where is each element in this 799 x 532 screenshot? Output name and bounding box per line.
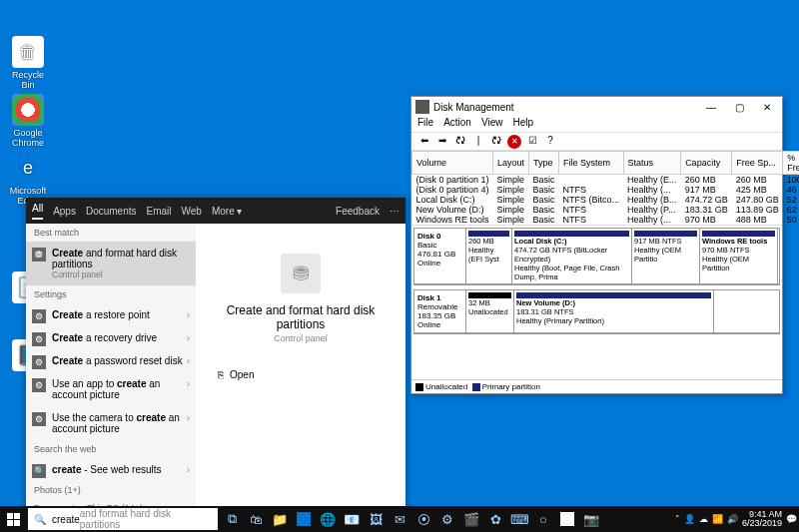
taskbar-app[interactable]: ✉: [388, 507, 411, 531]
result-setting[interactable]: ⚙Create a password reset disk›: [26, 349, 196, 372]
menu-view[interactable]: View: [481, 117, 503, 132]
volume-box[interactable]: 917 MB NTFSHealthy (OEM Partitio: [632, 229, 700, 283]
menu-action[interactable]: Action: [443, 117, 471, 132]
tab-more[interactable]: More ▾: [212, 206, 243, 217]
preview-title: Create and format hard disk partitions: [206, 303, 396, 331]
disk-graphical-view: Disk 0Basic476.81 GBOnline260 MBHealthy …: [411, 226, 782, 379]
windows-icon: [7, 513, 20, 526]
taskbar-app[interactable]: 📧: [340, 507, 364, 531]
taskbar-app[interactable]: ⚙: [435, 507, 459, 531]
category-settings: Settings: [26, 285, 196, 303]
desktop-icon-label: Google Chrome: [8, 128, 48, 148]
taskbar-app[interactable]: 🌐: [316, 507, 340, 531]
disk-management-window: Disk Management — ▢ ✕ File Action View H…: [410, 96, 783, 394]
close-button[interactable]: ✕: [756, 102, 778, 113]
disk-label[interactable]: Disk 0Basic476.81 GBOnline: [414, 229, 466, 283]
volume-row[interactable]: (Disk 0 partition 1)SimpleBasicHealthy (…: [412, 175, 800, 186]
taskbar-app[interactable]: ⦿: [411, 507, 435, 531]
taskbar-app[interactable]: ✿: [483, 507, 507, 531]
forward-icon[interactable]: ➡: [435, 135, 449, 149]
column-header[interactable]: Status: [623, 152, 681, 175]
taskbar-cortana[interactable]: ○: [531, 507, 555, 531]
volume-row[interactable]: (Disk 0 partition 4)SimpleBasicNTFSHealt…: [412, 185, 800, 195]
taskbar-app[interactable]: [555, 507, 579, 531]
result-best-match[interactable]: ⛃ Create and format hard disk partitions…: [26, 242, 196, 285]
minimize-button[interactable]: —: [700, 102, 722, 113]
maximize-button[interactable]: ▢: [728, 102, 750, 113]
volume-row[interactable]: New Volume (D:)SimpleBasicNTFSHealthy (P…: [412, 205, 800, 215]
chevron-right-icon: ›: [187, 464, 190, 475]
search-input[interactable]: 🔍 create and format hard disk partitions: [28, 508, 218, 530]
chrome-icon: [12, 94, 44, 126]
volume-row[interactable]: Windows RE toolsSimpleBasicNTFSHealthy (…: [412, 215, 800, 225]
chevron-right-icon: ›: [187, 412, 190, 423]
taskbar-app[interactable]: ⌨: [507, 507, 531, 531]
tab-all[interactable]: All: [32, 203, 43, 220]
taskbar-app[interactable]: 🎬: [459, 507, 483, 531]
volume-row[interactable]: Local Disk (C:)SimpleBasicNTFS (Bitco...…: [412, 195, 800, 205]
tray-chevron-icon[interactable]: ˄: [675, 514, 680, 524]
volume-box[interactable]: 32 MBUnallocated: [466, 290, 514, 332]
volume-box[interactable]: Windows RE tools970 MB NTFSHealthy (OEM …: [700, 229, 778, 283]
volume-box[interactable]: 260 MBHealthy (EFI Syst: [466, 229, 512, 283]
taskbar-app[interactable]: 🛍: [244, 507, 268, 531]
recycle-bin-icon: 🗑: [12, 36, 44, 68]
back-icon[interactable]: ⬅: [417, 135, 431, 149]
gear-icon: ⚙: [32, 332, 46, 346]
feedback-link[interactable]: Feedback: [336, 206, 380, 217]
search-icon: 🔍: [32, 464, 46, 478]
task-view-button[interactable]: ⧉: [220, 507, 244, 531]
tab-apps[interactable]: Apps: [53, 206, 76, 217]
taskbar-app[interactable]: 🖼: [364, 507, 388, 531]
command-open[interactable]: ⎘Open: [206, 363, 396, 386]
more-icon[interactable]: ⋯: [390, 206, 400, 217]
result-setting[interactable]: ⚙Create a restore point›: [26, 303, 196, 326]
result-setting[interactable]: ⚙Use the camera to create an account pic…: [26, 406, 196, 440]
column-header[interactable]: Free Sp...: [732, 152, 783, 175]
desktop-icon-chrome[interactable]: Google Chrome: [8, 94, 48, 148]
tab-documents[interactable]: Documents: [86, 206, 137, 217]
result-web[interactable]: 🔍create - See web results›: [26, 458, 196, 481]
column-header[interactable]: File System: [559, 152, 624, 175]
column-header[interactable]: Layout: [493, 152, 529, 175]
result-setting[interactable]: ⚙Use an app to create an account picture…: [26, 372, 196, 406]
column-header[interactable]: % Free: [783, 152, 799, 175]
desktop-icon-recycle-bin[interactable]: 🗑Recycle Bin: [8, 36, 48, 90]
notifications-icon[interactable]: 💬: [786, 514, 797, 524]
column-header[interactable]: Volume: [412, 152, 493, 175]
menu-help[interactable]: Help: [512, 117, 533, 132]
disk-label[interactable]: Disk 1Removable183.35 GBOnline: [414, 290, 466, 332]
delete-icon[interactable]: ✕: [507, 135, 521, 149]
window-title: Disk Management: [433, 102, 514, 113]
taskbar-app[interactable]: [292, 507, 316, 531]
start-button[interactable]: [0, 506, 26, 532]
taskbar-app[interactable]: 📁: [268, 507, 292, 531]
volume-box[interactable]: Local Disk (C:)474.72 GB NTFS (BitLocker…: [512, 229, 632, 283]
column-header[interactable]: Capacity: [681, 152, 732, 175]
open-icon: ⎘: [218, 369, 224, 380]
refresh-icon[interactable]: 🗘: [453, 135, 467, 149]
tray-cloud-icon[interactable]: ☁: [699, 514, 708, 524]
properties-icon[interactable]: ☑: [525, 135, 539, 149]
help-icon[interactable]: ?: [543, 135, 557, 149]
clock[interactable]: 9:41 AM6/23/2019: [742, 510, 782, 528]
category-photos[interactable]: Photos (1+): [26, 481, 196, 499]
titlebar[interactable]: Disk Management — ▢ ✕: [411, 97, 782, 117]
taskbar-app[interactable]: 📷: [579, 507, 603, 531]
tab-email[interactable]: Email: [147, 206, 172, 217]
tray-wifi-icon[interactable]: 📶: [712, 514, 723, 524]
search-results-list: Best match ⛃ Create and format hard disk…: [26, 224, 196, 512]
chevron-right-icon: ›: [187, 378, 190, 389]
tray-volume-icon[interactable]: 🔊: [727, 514, 738, 524]
refresh-icon[interactable]: 🗘: [489, 135, 503, 149]
result-setting[interactable]: ⚙Create a recovery drive›: [26, 326, 196, 349]
tab-web[interactable]: Web: [182, 206, 202, 217]
chevron-right-icon: ›: [187, 355, 190, 366]
tray-people-icon[interactable]: 👤: [684, 514, 695, 524]
column-header[interactable]: Type: [529, 152, 559, 175]
volume-box[interactable]: New Volume (D:)183.31 GB NTFSHealthy (Pr…: [514, 290, 714, 332]
search-tabs: All Apps Documents Email Web More ▾ Feed…: [26, 198, 405, 224]
category-web: Search the web: [26, 440, 196, 458]
preview-sub: Control panel: [206, 333, 396, 343]
menu-file[interactable]: File: [417, 117, 433, 132]
